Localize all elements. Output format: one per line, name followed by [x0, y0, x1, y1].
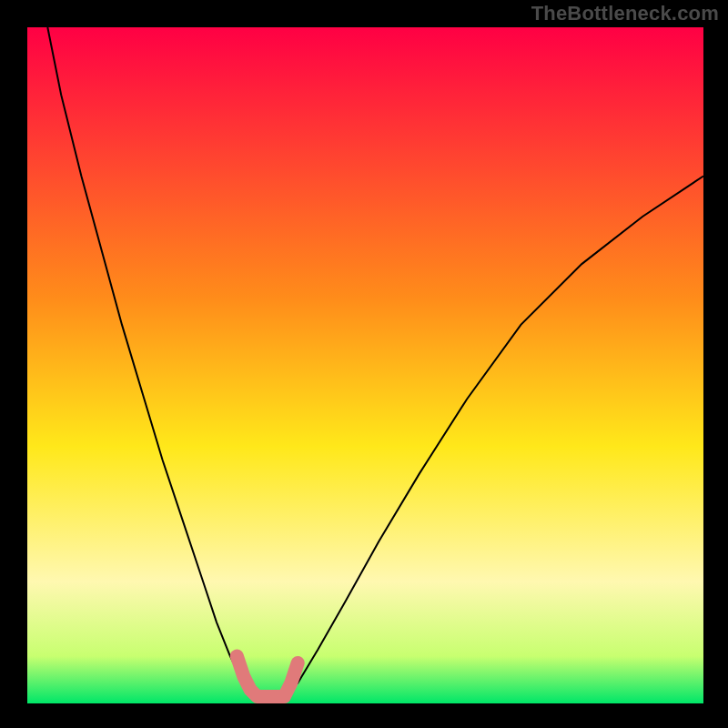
chart-container: TheBottleneck.com [0, 0, 728, 728]
bottleneck-chart [0, 0, 728, 728]
watermark-text: TheBottleneck.com [531, 2, 719, 25]
plot-area [27, 27, 703, 703]
